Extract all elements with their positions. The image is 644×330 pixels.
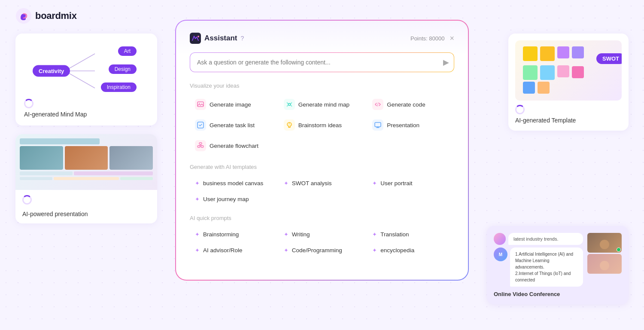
- template-card: SWOT AI-generated Template: [508, 34, 629, 131]
- video-chat-section: latest industry trends. M 1.Artificial I…: [494, 233, 583, 287]
- assistant-panel-wrapper: Assistant ? Points: 80000 × ▶ Visualize …: [175, 20, 469, 281]
- presentation-label: AI-powered presentation: [22, 211, 150, 217]
- translation-item[interactable]: ✦ Translation: [367, 227, 454, 241]
- mind-map-loader: [24, 99, 33, 108]
- ai-advisor-item[interactable]: ✦ AI advisor/Role: [190, 243, 277, 257]
- thumb-person-2: [587, 254, 622, 274]
- pres-sub-1: [20, 177, 52, 180]
- svg-point-8: [288, 104, 290, 106]
- assistant-title: Assistant: [204, 34, 237, 43]
- person-head-1: [600, 240, 609, 249]
- search-input[interactable]: [190, 52, 454, 72]
- generate-flowchart-icon: [195, 140, 206, 151]
- pres-sub-rows: [20, 177, 153, 180]
- encyclopedia-label: encyclopedia: [380, 247, 414, 254]
- generate-image-item[interactable]: Generate image: [190, 95, 277, 114]
- assistant-meta: Points: 80000 ×: [410, 34, 454, 42]
- brainstorm-ideas-icon: [284, 119, 295, 131]
- translation-label: Translation: [380, 231, 409, 238]
- generate-task-list-icon: [195, 119, 206, 131]
- ai-templates-label: Generate with AI templates: [190, 164, 454, 170]
- swot-badge: SWOT: [596, 53, 622, 64]
- business-model-canvas-label: business model canvas: [203, 180, 263, 186]
- svg-line-13: [287, 104, 288, 104]
- generate-flowchart-item[interactable]: Generate flowchart: [190, 136, 277, 155]
- quick-prompts-grid: ✦ Brainstorming ✦ Writing ✦ Translation …: [190, 227, 454, 257]
- sticky-7: [557, 65, 569, 77]
- user-portrait-label: User portrait: [380, 180, 412, 186]
- svg-point-11: [286, 106, 288, 107]
- user-portrait-item[interactable]: ✦ User portrait: [367, 176, 454, 190]
- template-card-wrapper: SWOT AI-generated Template: [508, 34, 629, 131]
- presentation-item[interactable]: Presentation: [367, 116, 454, 134]
- presentation-label: Presentation: [387, 122, 419, 128]
- sparkle-icon-7: ✦: [372, 231, 377, 238]
- video-card-label: Online Video Conference: [494, 291, 622, 297]
- presentation-mock: [15, 134, 157, 190]
- pres-sub-3: [120, 177, 153, 180]
- svg-line-15: [287, 105, 288, 106]
- mind-map-center: Creativity: [33, 65, 70, 77]
- visualize-grid: Generate image Generate mind map Generat…: [190, 95, 454, 155]
- svg-line-16: [290, 105, 291, 106]
- template-label: AI-generated Template: [515, 117, 622, 124]
- sticky-10: [538, 82, 550, 94]
- mind-map-branch-art: Art: [118, 46, 137, 56]
- close-button[interactable]: ×: [450, 34, 454, 42]
- search-wrapper: ▶: [190, 52, 454, 72]
- ai-advisor-label: AI advisor/Role: [203, 247, 243, 254]
- brainstorming-item[interactable]: ✦ Brainstorming: [190, 227, 277, 241]
- generate-mind-map-item[interactable]: Generate mind map: [279, 95, 366, 114]
- svg-point-12: [291, 106, 292, 107]
- sparkle-icon-10: ✦: [372, 247, 377, 254]
- pres-row-1: [20, 171, 73, 175]
- template-visual: SWOT: [515, 40, 622, 101]
- sticky-9: [523, 82, 535, 94]
- sparkle-icon-4: ✦: [195, 196, 200, 202]
- brainstorming-label: Brainstorming: [203, 231, 239, 238]
- video-card-header: latest industry trends. M 1.Artificial I…: [494, 233, 622, 287]
- svg-point-5: [197, 36, 199, 37]
- mind-map-card: Creativity Art Design Inspiration AI-gen…: [15, 34, 157, 125]
- mind-map-branch-inspiration: Inspiration: [101, 82, 137, 92]
- generate-code-item[interactable]: Generate code: [367, 95, 454, 114]
- svg-point-9: [286, 102, 288, 104]
- avatar-wrapper: [494, 233, 506, 245]
- assistant-logo: [190, 33, 201, 44]
- chat-message-1: latest industry trends.: [508, 233, 583, 245]
- mind-map-visual: Creativity Art Design Inspiration: [24, 43, 149, 99]
- generate-code-label: Generate code: [387, 101, 425, 108]
- search-send-button[interactable]: ▶: [443, 58, 449, 67]
- writing-item[interactable]: ✦ Writing: [279, 227, 366, 241]
- user-journey-map-item[interactable]: ✦ User journey map: [190, 192, 277, 206]
- encyclopedia-item[interactable]: ✦ encyclopedia: [367, 243, 454, 257]
- person-head-2: [600, 261, 609, 270]
- business-model-canvas-item[interactable]: ✦ business model canvas: [190, 176, 277, 190]
- header: boardmix: [15, 8, 77, 24]
- sparkle-icon-5: ✦: [195, 231, 200, 238]
- assistant-header: Assistant ? Points: 80000 ×: [190, 33, 454, 44]
- ai-templates-grid: ✦ business model canvas ✦ SWOT analysis …: [190, 176, 454, 206]
- sticky-2: [540, 46, 555, 61]
- sticky-1: [523, 46, 538, 61]
- writing-label: Writing: [292, 231, 310, 238]
- sparkle-icon-9: ✦: [284, 247, 289, 254]
- assistant-panel: Assistant ? Points: 80000 × ▶ Visualize …: [176, 21, 468, 280]
- visualize-label: Visualize your ideas: [190, 82, 454, 89]
- generate-task-list-label: Generate task list: [210, 122, 255, 128]
- sticky-3: [557, 46, 569, 58]
- swot-analysis-item[interactable]: ✦ SWOT analysis: [279, 176, 366, 190]
- svg-rect-26: [201, 146, 204, 147]
- sticky-6: [540, 65, 555, 80]
- brainstorm-ideas-item[interactable]: Brainstorm ideas: [279, 116, 366, 134]
- boardmix-logo: [15, 8, 32, 24]
- video-thumbnails: [587, 233, 622, 274]
- generate-task-list-item[interactable]: Generate task list: [190, 116, 277, 134]
- generate-flowchart-label: Generate flowchart: [210, 143, 258, 149]
- assistant-help-icon[interactable]: ?: [241, 35, 244, 42]
- chat-row: latest industry trends.: [494, 233, 583, 245]
- generate-image-label: Generate image: [210, 101, 251, 108]
- code-programming-item[interactable]: ✦ Code/Programming: [279, 243, 366, 257]
- code-programming-label: Code/Programming: [292, 247, 342, 254]
- presentation-footer: AI-powered presentation: [15, 190, 157, 223]
